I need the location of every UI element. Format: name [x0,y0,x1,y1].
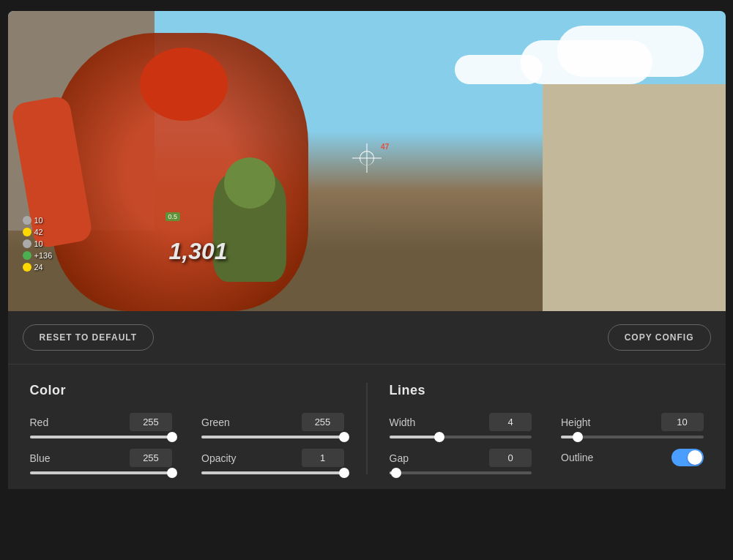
green-label: Green [201,417,242,428]
bolt-icon [23,239,31,248]
opacity-slider-fill [201,471,344,474]
green-header: Green [201,413,344,431]
gap-slider-thumb[interactable] [391,468,401,478]
star-icon [23,263,31,272]
green-setting: Green [201,413,344,438]
game-preview: 47 1,301 0.5 10 42 10 [8,11,726,311]
width-label: Width [390,417,430,428]
height-header: Height [561,413,704,431]
outline-header: Outline [561,449,704,466]
red-slider-track [30,436,173,438]
gap-setting: Gap [390,449,532,474]
crosshair-circle [360,151,374,165]
toggle-knob [688,450,702,465]
hud-shield: 10 [23,216,53,225]
height-slider-track [561,436,704,438]
green-tag: 0.5 [165,212,181,221]
green-slider-thumb[interactable] [339,432,349,442]
opacity-value[interactable] [302,449,344,467]
width-slider-thumb[interactable] [434,432,444,442]
gap-header: Gap [390,449,532,467]
outline-label: Outline [561,452,601,463]
red-slider-thumb[interactable] [167,432,177,442]
opacity-setting: Opacity [201,449,344,474]
gap-outline-row: Gap Outline [390,449,704,474]
width-slider-track [390,436,532,438]
opacity-slider-track [201,471,344,474]
hp-number: 47 [381,143,389,151]
shield-icon [23,216,31,225]
opacity-label: Opacity [201,452,242,464]
settings-panel: Color Red Green [8,365,726,489]
blue-label: Blue [30,452,70,464]
green-slider-track [201,436,344,438]
red-green-row: Red Green [30,413,344,438]
red-label: Red [30,417,70,428]
copy-config-button[interactable]: COPY CONFIG [608,324,711,351]
reset-button[interactable]: RESET TO DEFAULT [23,324,155,351]
outline-setting: Outline [561,449,704,474]
green-char-head [224,157,275,209]
red-header: Red [30,413,173,431]
hud-plus: +136 [23,251,53,260]
main-container: 47 1,301 0.5 10 42 10 [8,11,726,489]
width-slider-fill [390,436,439,438]
cloud-2 [455,55,543,84]
lines-section: Lines Width Height [368,383,711,474]
color-title: Color [30,383,344,398]
opacity-slider-thumb[interactable] [339,468,349,478]
outline-toggle[interactable] [671,449,704,466]
blue-opacity-row: Blue Opacity [30,449,344,474]
width-setting: Width [390,413,532,438]
gap-value[interactable] [489,449,532,467]
hud-star: 24 [23,263,53,272]
blue-value[interactable] [130,449,172,467]
building-right [543,84,726,311]
crosshair [352,143,382,173]
blue-slider-thumb[interactable] [167,468,177,478]
width-header: Width [390,413,532,431]
gap-slider-track [390,471,532,474]
gap-label: Gap [390,452,430,464]
height-slider-thumb[interactable] [573,432,583,442]
blue-setting: Blue [30,449,173,474]
robot-head [140,48,228,121]
lines-title: Lines [390,383,704,398]
hud-bolt: 10 [23,239,53,248]
red-value[interactable] [130,413,172,431]
hud-coin: 42 [23,228,53,236]
blue-slider-track [30,471,173,474]
width-height-row: Width Height [390,413,704,438]
height-value[interactable] [661,413,704,431]
green-slider-fill [201,436,344,438]
color-section: Color Red Green [23,383,367,474]
plus-icon [23,251,31,260]
blue-slider-fill [30,471,173,474]
width-value[interactable] [489,413,532,431]
game-screenshot: 47 1,301 0.5 10 42 10 [8,11,726,311]
controls-row: RESET TO DEFAULT COPY CONFIG [8,311,726,365]
damage-number: 1,301 [169,238,228,265]
red-setting: Red [30,413,173,438]
cloud-3 [557,26,704,77]
opacity-header: Opacity [201,449,344,467]
height-setting: Height [561,413,704,438]
height-label: Height [561,417,601,428]
blue-header: Blue [30,449,173,467]
coin-icon [23,228,31,236]
red-slider-fill [30,436,173,438]
green-value[interactable] [302,413,344,431]
hud-panel: 10 42 10 +136 24 [23,216,53,272]
